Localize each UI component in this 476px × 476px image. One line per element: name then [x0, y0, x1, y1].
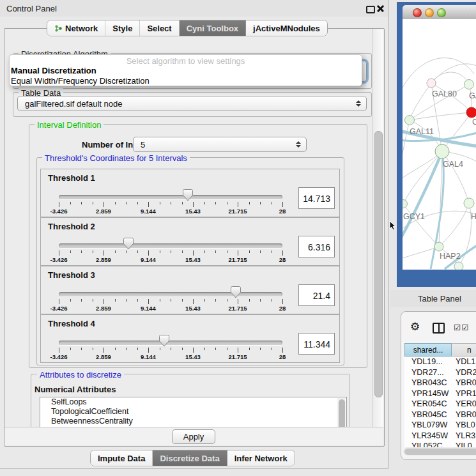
- table-row[interactable]: YPR145WYPR1: [404, 388, 476, 399]
- threshold-value-field[interactable]: 11.344: [298, 333, 335, 355]
- slider-track[interactable]: [59, 292, 282, 296]
- tick-label: -3.426: [50, 208, 68, 215]
- tab-impute-data[interactable]: Impute Data: [91, 450, 152, 466]
- slider-tick: [215, 250, 216, 253]
- tick-label: 9.144: [141, 256, 156, 263]
- network-canvas[interactable]: GAL80GACGAL11GAL4GCY1HHAP2: [403, 19, 476, 270]
- network-node-h[interactable]: [464, 198, 474, 208]
- slider-tick: [272, 202, 272, 204]
- tab-style[interactable]: Style: [105, 20, 139, 36]
- slider-handle[interactable]: [231, 286, 241, 298]
- table-row[interactable]: YDR27...YDR2: [404, 367, 476, 378]
- table-row[interactable]: YBR045CYBR0: [404, 410, 476, 420]
- slider-tick: [193, 202, 194, 207]
- tab-network[interactable]: Network: [47, 20, 105, 36]
- slider-tick: [182, 299, 183, 302]
- mouse-cursor: [389, 221, 397, 231]
- minimize-traffic-light-icon[interactable]: [425, 8, 434, 17]
- tab-select[interactable]: Select: [139, 20, 178, 36]
- numerical-attributes-list[interactable]: SelfLoopsTopologicalCoefficientBetweenne…: [40, 397, 347, 427]
- attribute-item-topologicalcoefficient[interactable]: TopologicalCoefficient: [40, 407, 346, 417]
- tick-label: 28: [279, 256, 286, 263]
- float-window-icon[interactable]: [366, 6, 375, 13]
- threshold-panel-4: Threshold 4-3.4262.8599.14415.4321.71528…: [40, 314, 340, 363]
- algorithm-option-equal-width-frequency-discretization[interactable]: Equal Width/Frequency Discretization: [10, 76, 362, 86]
- settings-scrollbar-thumb[interactable]: [374, 131, 383, 397]
- table-row[interactable]: YLR345WYLR3: [404, 431, 476, 441]
- slider-tick: [115, 250, 116, 253]
- threshold-value-field[interactable]: 6.316: [298, 236, 335, 257]
- table-row[interactable]: YBL079WYBL0: [404, 420, 476, 431]
- threshold-value-field[interactable]: 14.713: [298, 187, 335, 209]
- tab-discretize-data[interactable]: Discretize Data: [152, 450, 226, 466]
- slider-tick: [148, 250, 149, 256]
- node-label: GCY1: [403, 212, 425, 221]
- table-horizontal-scrollbar-thumb[interactable]: [404, 449, 476, 455]
- slider-tick: [193, 250, 194, 256]
- network-window-titlebar[interactable]: [403, 5, 476, 20]
- tick-label: 2.859: [96, 353, 111, 360]
- slider-tick: [182, 202, 183, 204]
- tab-infer-network[interactable]: Infer Network: [227, 450, 295, 466]
- attribute-item-betweennesscentrality[interactable]: BetweennessCentrality: [40, 417, 346, 426]
- top-tab-strip: NetworkStyleSelectCyni ToolboxjActiveMNo…: [47, 20, 328, 36]
- table-row[interactable]: YER054CYER0: [404, 399, 476, 410]
- slider-tick: [126, 348, 127, 350]
- network-node-hap2[interactable]: [434, 242, 443, 251]
- slider-tick: [249, 250, 250, 253]
- slider-tick: [93, 348, 93, 350]
- zoom-traffic-light-icon[interactable]: [437, 8, 446, 17]
- tab-jactivemnodules[interactable]: jActiveMNodules: [245, 20, 327, 36]
- column-header-shared[interactable]: shared...: [404, 343, 452, 357]
- network-node-ga[interactable]: [464, 80, 474, 89]
- column-header-name[interactable]: n: [452, 343, 476, 357]
- attribute-item-selfloops[interactable]: SelfLoops: [40, 397, 346, 407]
- slider-tick: [70, 299, 71, 302]
- slider-track[interactable]: [59, 195, 282, 199]
- table-row[interactable]: YIL052CYIL0: [404, 441, 476, 447]
- slider-tick: [260, 299, 261, 302]
- network-node[interactable]: [454, 262, 463, 270]
- settings-scrollbar[interactable]: [372, 29, 383, 427]
- slider-tick: [70, 250, 71, 253]
- slider-handle[interactable]: [123, 238, 134, 250]
- slider-track[interactable]: [59, 341, 282, 345]
- threshold-value-field[interactable]: 21.4: [298, 284, 335, 306]
- close-icon[interactable]: [376, 4, 385, 12]
- close-traffic-light-icon[interactable]: [413, 8, 422, 17]
- algorithm-placeholder-option[interactable]: Select algorithm to view settings: [10, 56, 362, 66]
- cell-name: YDL1: [452, 357, 475, 367]
- checked-box-icons[interactable]: ☑☑: [454, 323, 469, 332]
- node-label: H: [471, 212, 476, 221]
- apply-button[interactable]: Apply: [172, 429, 215, 444]
- number-of-intervals-combobox[interactable]: 5: [133, 137, 307, 152]
- algorithm-option-manual-discretization[interactable]: Manual Discretization: [10, 66, 362, 76]
- slider-tick: [171, 202, 171, 204]
- slider-track[interactable]: [59, 243, 282, 248]
- slider-handle[interactable]: [159, 335, 169, 347]
- cell-shared-name: YBR043C: [404, 378, 452, 388]
- slider-tick: [126, 250, 127, 253]
- table-row[interactable]: YDL19...YDL1: [404, 357, 476, 367]
- tab-cyni-toolbox[interactable]: Cyni Toolbox: [179, 20, 245, 36]
- network-node-gcy1[interactable]: [403, 200, 408, 208]
- table-panel-titlebar: Table Panel: [390, 290, 476, 307]
- list-scrollbar-thumb[interactable]: [339, 399, 345, 427]
- threshold-label: Threshold 2: [48, 222, 95, 231]
- slider-tick: [272, 348, 272, 350]
- network-node-gal80[interactable]: [427, 79, 436, 88]
- list-scrollbar[interactable]: [337, 398, 346, 427]
- cell-name: YBR0: [452, 378, 476, 388]
- slider-tick: [115, 202, 116, 204]
- network-node-c[interactable]: [466, 107, 476, 118]
- network-node-gal4[interactable]: [435, 144, 449, 158]
- gear-icon[interactable]: ⚙: [410, 320, 420, 334]
- control-panel-title: Control Panel: [6, 4, 57, 13]
- network-node-gal11[interactable]: [405, 116, 415, 125]
- table-row[interactable]: YBR043CYBR0: [404, 378, 476, 388]
- table-horizontal-scrollbar[interactable]: [403, 447, 476, 456]
- group-title: Interval Definition: [35, 120, 104, 130]
- table-data-combobox[interactable]: galFiltered.sif default node: [17, 96, 367, 111]
- slider-handle[interactable]: [183, 189, 193, 201]
- columns-icon[interactable]: [433, 323, 445, 334]
